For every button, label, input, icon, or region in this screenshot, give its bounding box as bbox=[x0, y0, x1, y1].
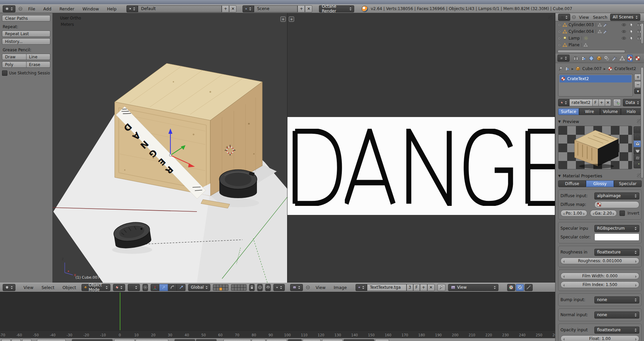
image-users-count[interactable]: 3 bbox=[407, 284, 413, 291]
translate-manipulator-toggle[interactable] bbox=[159, 284, 168, 291]
layers-widget-2[interactable] bbox=[231, 284, 247, 291]
image-editor[interactable]: + bbox=[287, 13, 555, 283]
fake-user-button[interactable]: F bbox=[593, 99, 598, 106]
transform-orientation-select[interactable]: Global bbox=[188, 284, 210, 291]
new-image-button[interactable]: + bbox=[420, 284, 427, 291]
outliner-vscrollbar[interactable] bbox=[641, 23, 644, 44]
outliner-row[interactable]: Cylinder.003| bbox=[555, 21, 644, 28]
delete-layout-button[interactable]: ✕ bbox=[229, 5, 236, 12]
add-layout-button[interactable]: + bbox=[222, 5, 229, 12]
menu-search-outliner[interactable]: Search bbox=[592, 15, 609, 20]
tab-constraints[interactable] bbox=[604, 55, 609, 62]
fake-user-button[interactable]: F bbox=[413, 284, 420, 291]
type-halo-button[interactable]: Halo bbox=[621, 108, 642, 115]
grease-erase-button[interactable]: Erase bbox=[26, 61, 51, 68]
editor-type-properties-button[interactable] bbox=[557, 55, 570, 62]
corner-grip[interactable] bbox=[548, 15, 553, 20]
preview-panel-header[interactable]: ▼Preview bbox=[558, 119, 642, 124]
float-slider[interactable]: Float: 1.00 bbox=[560, 335, 639, 341]
screen-layout-icon-button[interactable] bbox=[126, 5, 138, 12]
menu-view-image[interactable]: View bbox=[313, 285, 328, 290]
menu-select[interactable]: Select bbox=[39, 285, 57, 290]
editor-type-button[interactable] bbox=[3, 5, 15, 12]
draw-color-toggle[interactable] bbox=[507, 284, 515, 291]
selectability-cursor-icon[interactable] bbox=[629, 36, 634, 41]
type-surface-button[interactable]: Surface bbox=[558, 108, 579, 115]
unlink-image-button[interactable]: ✕ bbox=[427, 284, 435, 291]
layers-widget-1[interactable] bbox=[213, 284, 228, 291]
timeline-editor[interactable]: -70-60-50-40-30-20-100102030405060708090… bbox=[0, 292, 555, 341]
normal-input-select[interactable]: none bbox=[594, 311, 639, 319]
pivot-point-select[interactable] bbox=[128, 284, 140, 291]
film-width-slider[interactable]: Film Width: 0.000 bbox=[560, 273, 639, 279]
tab-render[interactable] bbox=[573, 55, 579, 62]
rotate-manipulator-toggle[interactable] bbox=[168, 284, 177, 291]
panel-toggle-right-icon[interactable]: + bbox=[280, 16, 286, 22]
black-cap-right[interactable] bbox=[219, 170, 257, 198]
panel-toggle-left-icon[interactable]: + bbox=[289, 16, 294, 22]
collapse-menus-icon[interactable] bbox=[18, 6, 23, 11]
draw-color-alpha-toggle[interactable] bbox=[516, 284, 524, 291]
scale-manipulator-toggle[interactable] bbox=[177, 284, 185, 291]
expand-icon[interactable] bbox=[557, 30, 561, 34]
delete-scene-button[interactable]: ✕ bbox=[305, 5, 312, 12]
diffuse-map-field[interactable] bbox=[594, 201, 639, 208]
grease-line-button[interactable]: Line bbox=[26, 54, 51, 60]
viewport-3d[interactable]: DANGER bbox=[53, 13, 287, 283]
browse-material-button[interactable] bbox=[558, 99, 570, 106]
menu-window[interactable]: Window bbox=[80, 6, 102, 11]
outliner-row[interactable]: Plane| bbox=[555, 42, 644, 48]
image-name-field[interactable]: TextTexture.tga bbox=[367, 284, 407, 291]
tab-world[interactable] bbox=[589, 55, 594, 62]
pin-image-button[interactable] bbox=[437, 284, 445, 291]
editor-type-3d-button[interactable] bbox=[3, 284, 15, 291]
material-properties-panel-header[interactable]: ▼Material Properties bbox=[558, 173, 642, 178]
lock-to-scene-toggle[interactable] bbox=[249, 284, 255, 291]
tab-modifiers[interactable] bbox=[612, 55, 617, 62]
viewport-shading-select[interactable] bbox=[113, 284, 125, 291]
tab-object[interactable] bbox=[596, 55, 602, 62]
visibility-eye-icon[interactable] bbox=[622, 29, 626, 34]
material-slot-selected[interactable]: CrateText2 bbox=[559, 75, 632, 82]
type-volume-button[interactable]: Volume bbox=[600, 108, 621, 115]
node-editor-button[interactable] bbox=[613, 99, 621, 106]
material-slot-list[interactable]: CrateText2 bbox=[558, 74, 633, 97]
corner-grip[interactable] bbox=[549, 294, 554, 298]
grease-draw-button[interactable]: Draw bbox=[2, 54, 26, 60]
snap-toggle[interactable] bbox=[265, 284, 271, 291]
properties-vscrollbar[interactable] bbox=[641, 67, 644, 178]
image-browse-button[interactable] bbox=[356, 284, 367, 291]
add-scene-button[interactable]: + bbox=[298, 5, 305, 12]
mode-select[interactable]: Object Mode bbox=[82, 284, 110, 291]
repeat-last-button[interactable]: Repeat Last bbox=[2, 31, 50, 37]
scene-icon-button[interactable] bbox=[243, 5, 254, 12]
grease-poly-button[interactable]: Poly bbox=[2, 61, 26, 68]
menu-render[interactable]: Render bbox=[57, 6, 77, 11]
outliner-row[interactable]: Cylinder.004| bbox=[555, 28, 644, 35]
roughness-input-select[interactable]: floattexture bbox=[594, 249, 639, 256]
manipulate-center-points-toggle[interactable] bbox=[143, 284, 148, 291]
menu-add[interactable]: Add bbox=[41, 6, 54, 11]
menu-image[interactable]: Image bbox=[331, 285, 350, 290]
new-material-button[interactable]: + bbox=[599, 99, 605, 106]
draw-alpha-toggle[interactable] bbox=[525, 284, 533, 291]
clear-paths-button[interactable]: Clear Paths bbox=[2, 15, 50, 21]
outliner-filter-select[interactable]: All Scenes bbox=[610, 14, 640, 21]
bump-input-select[interactable]: none bbox=[594, 296, 639, 303]
opacity-input-select[interactable]: floattexture bbox=[594, 327, 639, 334]
proportional-edit-toggle[interactable] bbox=[257, 284, 263, 291]
menu-view-outliner[interactable]: View bbox=[578, 15, 590, 20]
film-index-slider[interactable]: Film Index: 1.500 bbox=[560, 281, 639, 288]
unlink-material-button[interactable]: ✕ bbox=[605, 99, 611, 106]
expand-icon[interactable] bbox=[557, 37, 561, 40]
visibility-eye-icon[interactable] bbox=[622, 22, 626, 27]
type-wire-button[interactable]: Wire bbox=[579, 108, 600, 115]
history-button[interactable]: History... bbox=[2, 38, 50, 45]
expand-icon[interactable] bbox=[557, 23, 561, 27]
tab-material[interactable] bbox=[627, 55, 633, 62]
menu-file[interactable]: File bbox=[25, 6, 38, 11]
expand-icon[interactable] bbox=[557, 43, 561, 47]
visibility-eye-icon[interactable] bbox=[622, 36, 626, 41]
editor-type-image-button[interactable] bbox=[290, 284, 303, 291]
tab-scene[interactable] bbox=[581, 55, 586, 62]
